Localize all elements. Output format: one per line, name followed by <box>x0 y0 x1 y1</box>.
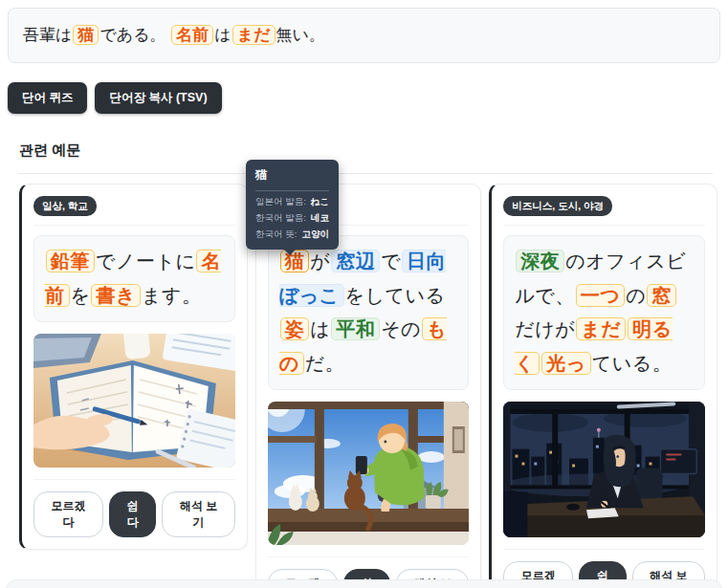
dont-know-button[interactable]: 모르겠다 <box>33 491 103 537</box>
vocab-word[interactable]: 窓 <box>647 284 676 307</box>
easy-button[interactable]: 쉽다 <box>109 491 156 537</box>
tooltip-value: 고양이 <box>302 229 330 241</box>
example-sentence: 深夜のオフィスビルで、一つの窓だけがまだ明るく光っている。 <box>503 235 705 390</box>
vocab-word[interactable]: 鉛筆 <box>46 250 95 272</box>
category-badge: 일상, 학교 <box>33 196 97 216</box>
main-sentence-panel: 吾輩は猫である。 名前はまだ無い。 <box>8 8 720 63</box>
night-office-illustration <box>503 402 705 537</box>
tooltip-label: 한국어 발음: <box>255 212 306 225</box>
sentence-text: は <box>310 318 330 339</box>
vocab-word[interactable]: 光っ <box>541 352 590 375</box>
vocab-study-page: { "colors": { "orange_text": "#e8590c", … <box>0 0 728 588</box>
example-cards-row: 일상, 학교 鉛筆でノートに名前を書きます。 <box>19 184 717 588</box>
example-sentence: 鉛筆でノートに名前を書きます。 <box>33 235 235 322</box>
vocab-word[interactable]: 深夜 <box>516 250 564 272</box>
sentence-text: だ。 <box>305 353 344 374</box>
word-quiz-button[interactable]: 단어 퀴즈 <box>8 82 87 114</box>
sentence-text: 吾輩は <box>23 26 72 44</box>
vocab-word[interactable]: 窓辺 <box>331 250 380 272</box>
tooltip-row-japanese-reading: 일본어 발음: ねこ <box>255 196 329 208</box>
vocab-word[interactable]: 姿 <box>280 317 310 340</box>
sentence-text: である。 <box>99 26 170 44</box>
word-tooltip: 猫 일본어 발음: ねこ 한국어 발음: 네코 한국어 뜻: 고양이 <box>246 160 339 250</box>
vocab-word[interactable]: まだ <box>232 25 276 45</box>
vocab-word[interactable]: 名前 <box>171 25 213 45</box>
sentence-text: が <box>310 250 330 272</box>
sentence-text: その <box>381 318 421 339</box>
related-examples-title: 관련 예문 <box>19 142 80 160</box>
tooltip-word: 猫 <box>255 167 329 184</box>
sentence-text: ます。 <box>142 285 201 306</box>
sentence-text: は <box>214 26 231 44</box>
next-section-top-edge <box>6 579 722 588</box>
tooltip-value: 네코 <box>311 212 329 225</box>
tooltip-row-korean-meaning: 한국어 뜻: 고양이 <box>255 229 329 241</box>
tooltip-label: 일본어 발음: <box>255 196 306 208</box>
vocab-word[interactable]: 猫 <box>73 25 99 45</box>
card-header: 일상, 학교 <box>33 196 235 216</box>
vocab-word[interactable]: 一つ <box>576 284 625 307</box>
example-card-3: 비즈니스, 도시, 야경 深夜のオフィスビルで、一つの窓だけがまだ明るく光ってい… <box>489 184 717 588</box>
toolbar: 단어 퀴즈 단어장 복사 (TSV) <box>8 82 222 114</box>
notebook-writing-illustration <box>33 334 235 468</box>
vocab-word[interactable]: 平和 <box>331 317 380 340</box>
card-actions: 모르겠다 쉽다 해석 보기 <box>33 479 235 537</box>
card-header-divider <box>33 225 235 226</box>
copy-wordlist-tsv-button[interactable]: 단어장 복사 (TSV) <box>95 82 221 114</box>
example-card-1: 일상, 학교 鉛筆でノートに名前を書きます。 <box>19 184 248 550</box>
tooltip-value: ねこ <box>311 196 329 208</box>
show-translation-button[interactable]: 해석 보기 <box>162 491 234 537</box>
sentence-text: で <box>381 250 401 272</box>
tooltip-divider <box>255 190 329 191</box>
sentence-text: だけが <box>515 318 575 339</box>
tooltip-row-korean-reading: 한국어 발음: 네코 <box>255 212 329 225</box>
example-sentence: 猫が窓辺で日向ぼっこをしている姿は平和そのものだ。 <box>268 235 470 390</box>
section-divider <box>19 173 713 174</box>
sentence-text: 無い。 <box>276 26 325 44</box>
sentence-text: ている。 <box>592 353 672 374</box>
sentence-text: でノートに <box>96 250 195 272</box>
vocab-word[interactable]: 書き <box>91 284 140 307</box>
sentence-text: を <box>71 285 91 306</box>
category-badge: 비즈니스, 도시, 야경 <box>503 196 612 216</box>
window-cat-illustration <box>268 402 470 545</box>
sentence-text: をしている <box>345 285 446 306</box>
sentence-text: の <box>626 285 646 306</box>
card-header-divider <box>503 225 705 226</box>
tooltip-label: 한국어 뜻: <box>255 229 297 241</box>
vocab-word[interactable]: まだ <box>576 317 626 340</box>
card-header: 비즈니스, 도시, 야경 <box>503 196 705 216</box>
